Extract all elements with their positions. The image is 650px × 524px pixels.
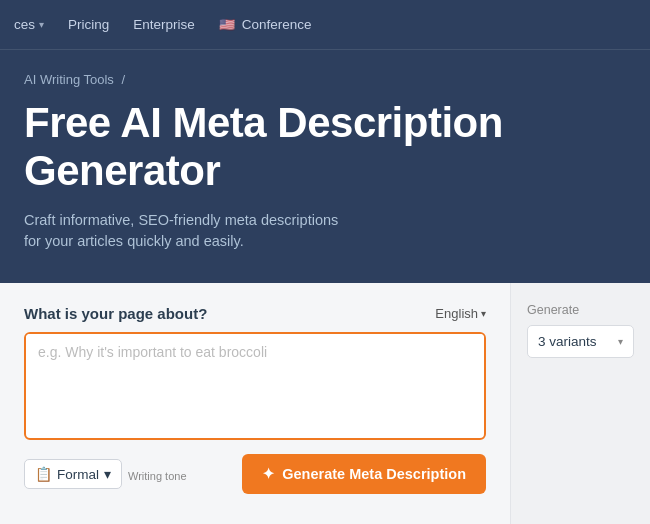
sidebar-panel: Generate 3 variants ▾ [510,283,650,524]
solutions-chevron-icon: ▾ [39,19,44,30]
conference-flag-icon: 🇺🇸 [219,17,235,32]
breadcrumb-separator: / [121,72,125,87]
nav-item-conference[interactable]: 🇺🇸 Conference [209,11,322,38]
language-chevron-icon: ▾ [481,308,486,319]
variants-value: 3 variants [538,334,597,349]
nav-item-solutions[interactable]: ces ▾ [4,11,54,38]
form-header: What is your page about? English ▾ [24,305,486,322]
nav-pricing-label: Pricing [68,17,109,32]
tone-chevron-icon: ▾ [104,466,111,482]
language-selector[interactable]: English ▾ [435,306,486,321]
writing-tone-label: Writing tone [128,470,187,482]
generate-button-label: Generate Meta Description [282,466,466,482]
language-label: English [435,306,478,321]
nav-solutions-label: ces [14,17,35,32]
tone-icon: 📋 [35,466,52,482]
bottom-row: 📋 Formal ▾ Writing tone ✦ Generate Meta … [24,454,486,494]
textarea-wrapper [24,332,486,440]
form-label-text: What is your page about? [24,305,207,322]
variants-selector[interactable]: 3 variants ▾ [527,325,634,358]
tone-button[interactable]: 📋 Formal ▾ [24,459,122,489]
generate-button[interactable]: ✦ Generate Meta Description [242,454,486,494]
form-area: What is your page about? English ▾ 📋 For… [0,283,510,524]
nav-item-pricing[interactable]: Pricing [58,11,119,38]
breadcrumb: AI Writing Tools / [24,72,626,87]
tone-label-text: Formal [57,467,99,482]
nav-enterprise-label: Enterprise [133,17,195,32]
navbar: ces ▾ Pricing Enterprise 🇺🇸 Conference [0,0,650,50]
variants-chevron-icon: ▾ [618,336,623,347]
main-card: What is your page about? English ▾ 📋 For… [0,283,650,524]
breadcrumb-link[interactable]: AI Writing Tools [24,72,114,87]
hero-subtitle: Craft informative, SEO-friendly meta des… [24,210,344,254]
hero-section: AI Writing Tools / Free AI Meta Descript… [0,50,650,283]
generate-sidebar-label: Generate [527,303,634,317]
generate-icon: ✦ [262,465,275,483]
nav-item-enterprise[interactable]: Enterprise [123,11,205,38]
nav-items: ces ▾ Pricing Enterprise 🇺🇸 Conference [4,11,322,38]
nav-conference-label: Conference [242,17,312,32]
tone-selector: 📋 Formal ▾ Writing tone [24,459,187,489]
page-description-input[interactable] [26,334,484,434]
page-title: Free AI Meta Description Generator [24,99,626,196]
